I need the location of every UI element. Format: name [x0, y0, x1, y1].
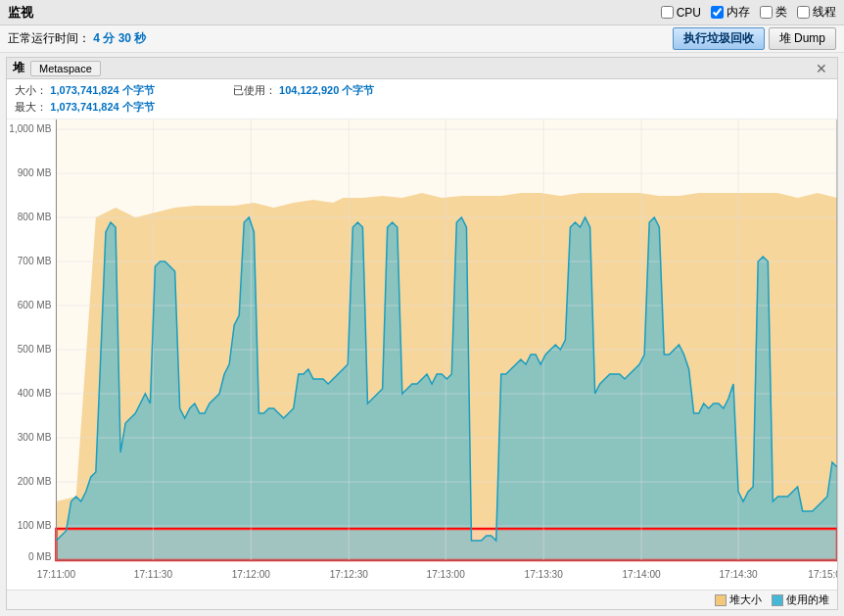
class-label: 类 [775, 4, 787, 21]
cpu-checkbox[interactable] [661, 6, 674, 19]
action-buttons: 执行垃圾回收 堆 Dump [673, 27, 836, 50]
legend-bar: 堆大小 使用的堆 [7, 590, 837, 609]
memory-label: 内存 [727, 4, 750, 21]
max-row: 最大： 1,073,741,824 个字节 [15, 100, 155, 115]
svg-text:17:11:30: 17:11:30 [134, 569, 173, 580]
svg-text:17:14:00: 17:14:00 [622, 569, 661, 580]
checkbox-cpu[interactable]: CPU [661, 6, 701, 20]
uptime-row: 正常运行时间： 4 分 30 秒 执行垃圾回收 堆 Dump [0, 25, 844, 53]
panel-info: 大小： 1,073,741,824 个字节 最大： 1,073,741,824 … [7, 79, 837, 119]
svg-text:17:12:00: 17:12:00 [232, 569, 271, 580]
size-info: 大小： 1,073,741,824 个字节 最大： 1,073,741,824 … [15, 83, 155, 115]
svg-text:200 MB: 200 MB [18, 476, 52, 487]
max-value: 1,073,741,824 个字节 [50, 101, 154, 113]
size-label: 大小： [15, 84, 47, 96]
svg-text:17:12:30: 17:12:30 [330, 569, 369, 580]
legend-label-size: 堆大小 [729, 592, 762, 607]
used-row: 已使用： 104,122,920 个字节 [233, 83, 375, 98]
memory-checkbox[interactable] [711, 6, 724, 19]
uptime-section: 正常运行时间： 4 分 30 秒 [8, 30, 146, 47]
svg-text:0 MB: 0 MB [28, 551, 52, 562]
svg-text:300 MB: 300 MB [18, 432, 52, 443]
used-value: 104,122,920 个字节 [279, 84, 374, 96]
svg-text:1,000 MB: 1,000 MB [9, 123, 51, 134]
uptime-value: 4 分 30 秒 [93, 31, 146, 45]
chart-container: 1,000 MB 900 MB 800 MB 700 MB 600 MB 500… [7, 119, 837, 590]
checkboxes-group: CPU 内存 类 线程 [661, 4, 836, 21]
cpu-label: CPU [677, 6, 701, 20]
svg-text:17:15:00: 17:15:00 [808, 569, 837, 580]
heap-panel: 堆 Metaspace ✕ 大小： 1,073,741,824 个字节 最大： … [6, 57, 838, 610]
uptime-label: 正常运行时间： [8, 31, 90, 45]
close-button[interactable]: ✕ [812, 61, 831, 76]
legend-color-size [715, 594, 727, 606]
used-label: 已使用： [233, 84, 276, 96]
svg-text:17:14:30: 17:14:30 [719, 569, 758, 580]
checkbox-memory[interactable]: 内存 [711, 4, 750, 21]
svg-text:800 MB: 800 MB [18, 212, 52, 222]
legend-label-used: 使用的堆 [786, 592, 829, 607]
page-title: 监视 [8, 4, 33, 22]
size-row: 大小： 1,073,741,824 个字节 [15, 83, 155, 98]
size-value: 1,073,741,824 个字节 [50, 84, 154, 96]
svg-text:17:13:00: 17:13:00 [427, 569, 466, 580]
panel-title: 堆 [13, 60, 24, 76]
svg-text:100 MB: 100 MB [18, 520, 52, 531]
svg-rect-4 [56, 529, 837, 560]
svg-text:600 MB: 600 MB [18, 300, 52, 310]
svg-text:400 MB: 400 MB [18, 388, 52, 399]
svg-text:17:13:30: 17:13:30 [525, 569, 564, 580]
chart-svg: 1,000 MB 900 MB 800 MB 700 MB 600 MB 500… [7, 119, 837, 590]
checkbox-thread[interactable]: 线程 [797, 4, 836, 21]
top-bar-right: CPU 内存 类 线程 [661, 4, 836, 21]
svg-text:17:11:00: 17:11:00 [37, 569, 76, 580]
panel-header: 堆 Metaspace ✕ [7, 58, 837, 79]
thread-checkbox[interactable] [797, 6, 810, 19]
used-info: 已使用： 104,122,920 个字节 [233, 83, 375, 115]
legend-item-size: 堆大小 [715, 592, 762, 607]
legend-item-used: 使用的堆 [772, 592, 829, 607]
heap-dump-button[interactable]: 堆 Dump [769, 27, 836, 50]
class-checkbox[interactable] [760, 6, 773, 19]
thread-label: 线程 [813, 4, 836, 21]
top-bar: 监视 CPU 内存 类 线程 [0, 0, 844, 25]
svg-text:700 MB: 700 MB [18, 256, 52, 266]
metaspace-tab[interactable]: Metaspace [30, 61, 101, 76]
svg-text:500 MB: 500 MB [18, 344, 52, 355]
legend-color-used [772, 594, 783, 606]
svg-text:900 MB: 900 MB [18, 167, 52, 178]
gc-button[interactable]: 执行垃圾回收 [673, 27, 765, 50]
max-label: 最大： [15, 101, 47, 113]
checkbox-class[interactable]: 类 [760, 4, 787, 21]
